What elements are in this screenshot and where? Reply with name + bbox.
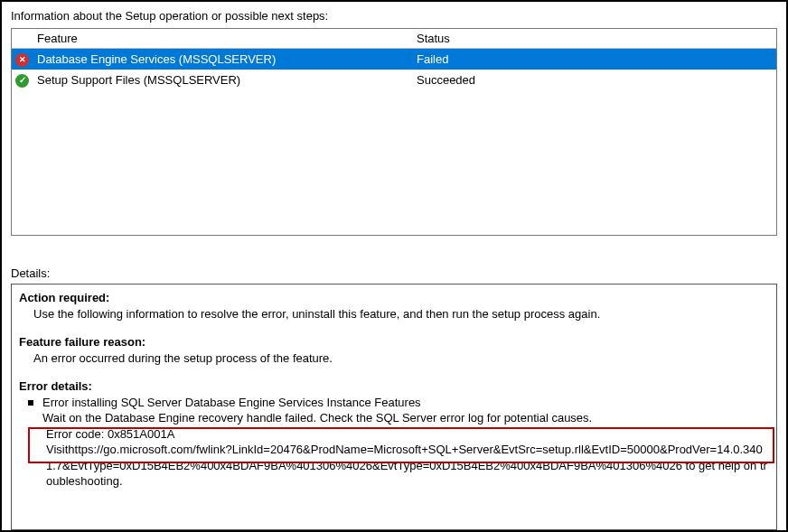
error-line-1: Error installing SQL Server Database Eng… bbox=[42, 395, 769, 411]
error-details-head: Error details: bbox=[19, 378, 769, 395]
col-status-header[interactable]: Status bbox=[411, 29, 776, 49]
error-code: Error code: 0x851A001A bbox=[46, 426, 769, 443]
feature-failure-body: An error occurred during the setup proce… bbox=[33, 350, 769, 367]
action-required-body: Use the following information to resolve… bbox=[33, 306, 769, 322]
status-cell: Failed bbox=[411, 49, 776, 70]
status-cell: Succeeded bbox=[411, 70, 776, 90]
error-icon bbox=[15, 53, 29, 67]
details-box: Action required: Use the following infor… bbox=[11, 284, 777, 530]
feature-cell: Setup Support Files (MSSQLSERVER) bbox=[32, 70, 411, 90]
feature-table: Feature Status Database Engine Services … bbox=[12, 29, 776, 90]
error-bullet: Error installing SQL Server Database Eng… bbox=[28, 395, 769, 490]
col-icon-header[interactable] bbox=[12, 29, 32, 49]
table-row[interactable]: Setup Support Files (MSSQLSERVER) Succee… bbox=[12, 70, 776, 90]
feature-failure-head: Feature failure reason: bbox=[19, 334, 769, 350]
details-label: Details: bbox=[11, 266, 777, 280]
info-header-label: Information about the Setup operation or… bbox=[11, 9, 777, 23]
check-icon bbox=[15, 74, 29, 88]
bullet-square-icon bbox=[28, 400, 33, 406]
feature-cell: Database Engine Services (MSSQLSERVER) bbox=[32, 49, 411, 70]
feature-table-container: Feature Status Database Engine Services … bbox=[11, 28, 777, 236]
table-row[interactable]: Database Engine Services (MSSQLSERVER) F… bbox=[12, 49, 776, 70]
error-help-link-text: Visithttps://go.microsoft.com/fwlink?Lin… bbox=[46, 442, 769, 490]
action-required-head: Action required: bbox=[19, 290, 769, 306]
col-feature-header[interactable]: Feature bbox=[32, 29, 411, 49]
error-line-2: Wait on the Database Engine recovery han… bbox=[42, 410, 769, 426]
